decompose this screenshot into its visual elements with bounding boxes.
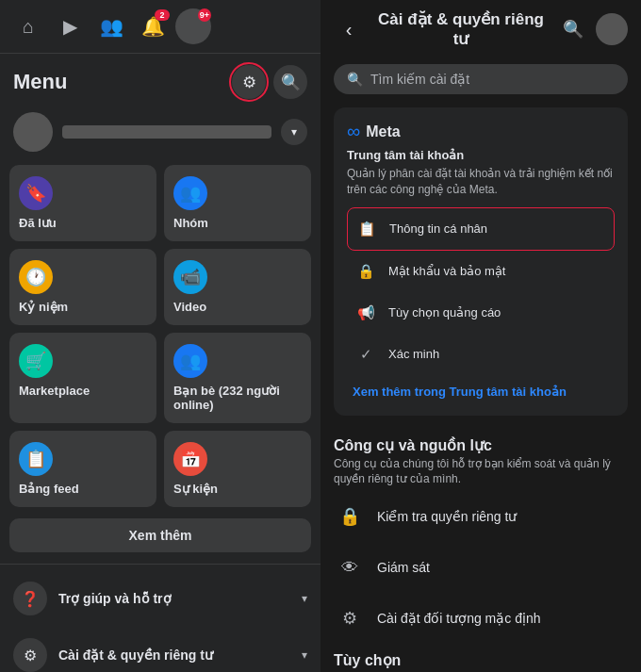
ads-label: Tùy chọn quảng cáo — [388, 305, 501, 320]
privacy-check-label: Kiểm tra quyền riêng tư — [377, 509, 517, 524]
video-nav-button[interactable]: ▶ — [51, 8, 89, 45]
right-search-icon: 🔍 — [563, 20, 583, 39]
right-search-button[interactable]: 🔍 — [558, 14, 588, 44]
password-icon: 🔒 — [353, 258, 379, 285]
video-icon: 📹 — [173, 260, 207, 294]
menu-item-label-friends-online: Bạn bè (232 người online) — [173, 384, 302, 412]
settings-icon: ⚙ — [13, 638, 47, 672]
menu-item-label-events: Sự kiện — [173, 482, 302, 496]
events-icon: 📅 — [173, 442, 207, 476]
friends-online-icon: 👥 — [173, 344, 207, 378]
back-button[interactable]: ‹ — [334, 14, 364, 44]
avatar — [13, 112, 53, 152]
right-header: ‹ Cài đặt & quyền riêng tư 🔍 — [320, 0, 641, 58]
monitor-icon: 👁 — [334, 551, 366, 583]
privacy-check-icon: 🔒 — [334, 500, 366, 533]
tuy-chon-section: Tùy chọn Tùy chỉnh trải nghiệm của bạn t… — [320, 644, 641, 672]
meta-brand-name: Meta — [366, 123, 400, 140]
help-label: Trợ giúp và hỗ trợ — [58, 591, 290, 606]
sidebar-item-help[interactable]: ❓ Trợ giúp và hỗ trợ ▾ — [0, 570, 320, 627]
menu-header-actions: ⚙ 🔍 — [232, 65, 307, 99]
privacy-check-item[interactable]: 🔒 Kiểm tra quyền riêng tư — [320, 491, 641, 542]
meta-item-password-security[interactable]: 🔒 Mật khẩu và bảo mật — [347, 251, 615, 292]
audience-settings-icon: ⚙ — [334, 602, 366, 634]
meta-logo-icon: ∞ — [347, 121, 360, 142]
home-icon: ⌂ — [23, 16, 34, 38]
search-menu-button[interactable]: 🔍 — [273, 65, 307, 99]
meta-account-center-link[interactable]: Xem thêm trong Trung tâm tài khoản — [347, 381, 572, 402]
settings-search-placeholder: Tìm kiếm cài đặt — [370, 72, 469, 87]
menu-item-marketplace[interactable]: 🛒 Marketplace — [9, 333, 156, 423]
verify-icon: ✓ — [353, 341, 379, 368]
search-icon: 🔍 — [281, 73, 301, 92]
back-icon: ‹ — [346, 19, 353, 41]
menu-item-saved[interactable]: 🔖 Đã lưu — [9, 165, 156, 241]
nav-avatar[interactable]: 9+ — [175, 8, 211, 44]
menu-item-label-saved: Đã lưu — [19, 216, 147, 230]
menu-item-memories[interactable]: 🕐 Kỷ niệm — [9, 249, 156, 325]
bell-badge: 2 — [155, 9, 170, 21]
help-chevron-icon: ▾ — [302, 592, 307, 605]
monitor-item[interactable]: 👁 Giám sát — [320, 542, 641, 593]
page-title: Cài đặt & quyền riêng tư — [371, 9, 551, 49]
gear-icon: ⚙ — [242, 73, 256, 92]
help-icon: ❓ — [13, 582, 47, 615]
cong-cu-title: Công cụ và nguồn lực — [334, 436, 628, 454]
marketplace-icon: 🛒 — [19, 344, 53, 378]
menu-title: Menu — [13, 70, 67, 94]
home-nav-button[interactable]: ⌂ — [9, 8, 47, 45]
menu-item-friends-online[interactable]: 👥 Bạn bè (232 người online) — [164, 333, 311, 423]
bottom-menu: ❓ Trợ giúp và hỗ trợ ▾ ⚙ Cài đặt & quyền… — [0, 564, 320, 672]
sidebar-item-settings[interactable]: ⚙ Cài đặt & quyền riêng tư ▾ — [0, 627, 320, 672]
profile-row[interactable]: ▾ — [0, 107, 320, 161]
ads-icon: 📢 — [353, 300, 379, 326]
menu-item-label-groups: Nhóm — [173, 216, 302, 230]
settings-chevron-icon: ▾ — [302, 648, 307, 662]
menu-item-label-video: Video — [173, 300, 302, 314]
verify-label: Xác minh — [388, 347, 439, 361]
menu-item-feed[interactable]: 📋 Bảng feed — [9, 431, 156, 507]
profile-name — [62, 125, 271, 139]
groups-icon: 👥 — [173, 176, 207, 210]
meta-logo-row: ∞ Meta — [347, 121, 615, 142]
gear-button[interactable]: ⚙ — [232, 65, 266, 99]
right-avatar[interactable] — [596, 13, 628, 45]
meta-subtitle: Trung tâm tài khoản — [347, 148, 615, 162]
personal-info-label: Thông tin cá nhân — [389, 221, 487, 236]
see-more-button[interactable]: Xem thêm — [9, 518, 311, 552]
memories-icon: 🕐 — [19, 260, 53, 294]
menu-item-label-marketplace: Marketplace — [19, 384, 147, 398]
menu-item-groups[interactable]: 👥 Nhóm — [164, 165, 311, 241]
menu-grid: 🔖 Đã lưu 👥 Nhóm 🕐 Kỷ niệm 📹 Video 🛒 Mark… — [0, 161, 320, 515]
monitor-label: Giám sát — [377, 560, 430, 575]
right-panel: ‹ Cài đặt & quyền riêng tư 🔍 🔍 Tìm kiếm … — [320, 0, 641, 672]
friends-nav-button[interactable]: 👥 — [92, 8, 130, 45]
saved-icon: 🔖 — [19, 176, 53, 210]
settings-search-bar[interactable]: 🔍 Tìm kiếm cài đặt — [334, 64, 628, 94]
settings-label: Cài đặt & quyền riêng tư — [58, 647, 290, 663]
profile-chevron-button[interactable]: ▾ — [281, 119, 307, 145]
menu-item-events[interactable]: 📅 Sự kiện — [164, 431, 311, 507]
meta-item-ads[interactable]: 📢 Tùy chọn quảng cáo — [347, 292, 615, 334]
password-label: Mật khẩu và bảo mật — [388, 264, 505, 278]
menu-item-label-memories: Kỷ niệm — [19, 300, 147, 314]
menu-item-video[interactable]: 📹 Video — [164, 249, 311, 325]
video-nav-icon: ▶ — [63, 15, 77, 38]
menu-item-label-feed: Bảng feed — [19, 482, 147, 496]
cong-cu-desc: Công cụ của chúng tôi hỗ trợ bạn kiểm so… — [334, 456, 628, 488]
settings-search-icon: 🔍 — [347, 72, 363, 87]
meta-item-verify[interactable]: ✓ Xác minh — [347, 334, 615, 375]
tuy-chon-title: Tùy chọn — [334, 651, 628, 669]
audience-settings-label: Cài đặt đối tượng mặc định — [377, 611, 541, 626]
top-nav: ⌂ ▶ 👥 🔔 2 9+ — [0, 0, 320, 54]
bell-nav-button[interactable]: 🔔 2 — [134, 8, 172, 45]
meta-desc: Quản lý phân cài đặt tài khoản và trải n… — [347, 166, 615, 198]
profile-badge: 9+ — [198, 8, 211, 22]
personal-info-icon: 📋 — [353, 216, 380, 242]
cong-cu-section-header: Công cụ và nguồn lực Công cụ của chúng t… — [320, 425, 641, 492]
friends-nav-icon: 👥 — [100, 15, 123, 38]
audience-settings-item[interactable]: ⚙ Cài đặt đối tượng mặc định — [320, 593, 641, 644]
meta-item-personal-info[interactable]: 📋 Thông tin cá nhân — [347, 207, 615, 251]
menu-header: Menu ⚙ 🔍 — [0, 54, 320, 107]
meta-section: ∞ Meta Trung tâm tài khoản Quản lý phân … — [334, 107, 628, 416]
